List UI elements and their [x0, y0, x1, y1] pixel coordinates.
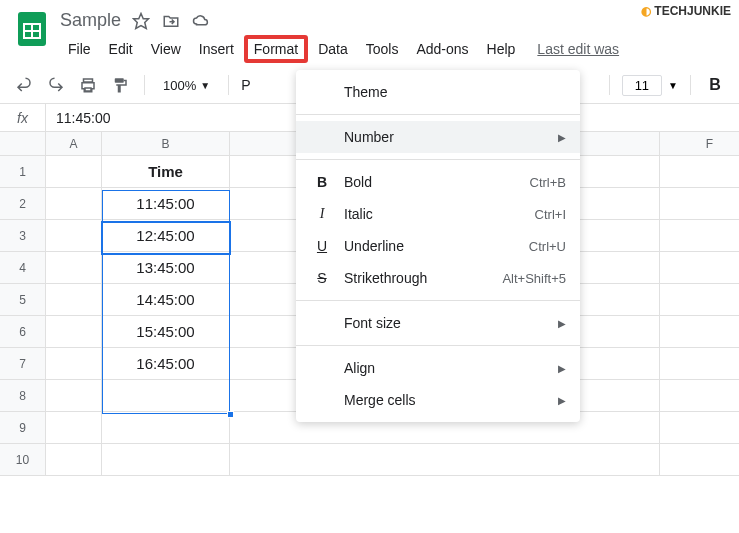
cell[interactable]	[46, 444, 102, 476]
cell[interactable]	[46, 252, 102, 284]
menu-item-merge[interactable]: Merge cells▶	[296, 384, 580, 416]
italic-icon: I	[310, 206, 334, 222]
strikethrough-icon: S	[310, 270, 334, 286]
submenu-arrow-icon: ▶	[558, 132, 566, 143]
menu-item-italic[interactable]: IItalicCtrl+I	[296, 198, 580, 230]
cell[interactable]	[102, 412, 230, 444]
submenu-arrow-icon: ▶	[558, 318, 566, 329]
row-header[interactable]: 6	[0, 316, 46, 348]
cloud-status-icon[interactable]	[191, 11, 211, 31]
separator	[144, 75, 145, 95]
cell[interactable]	[660, 348, 739, 380]
svg-marker-4	[134, 13, 149, 28]
cell[interactable]	[660, 316, 739, 348]
menu-item-number[interactable]: Number▶	[296, 121, 580, 153]
cell[interactable]	[102, 380, 230, 412]
separator	[296, 159, 580, 160]
row-header[interactable]: 9	[0, 412, 46, 444]
separator	[228, 75, 229, 95]
col-header[interactable]: B	[102, 132, 230, 156]
svg-rect-5	[115, 78, 124, 83]
print-button[interactable]	[76, 73, 100, 97]
cell[interactable]: 16:45:00	[102, 348, 230, 380]
menu-insert[interactable]: Insert	[191, 37, 242, 61]
sheets-logo[interactable]	[12, 8, 52, 48]
col-header[interactable]: F	[660, 132, 739, 156]
menu-file[interactable]: File	[60, 37, 99, 61]
menu-item-strikethrough[interactable]: SStrikethroughAlt+Shift+5	[296, 262, 580, 294]
select-all-corner[interactable]	[0, 132, 46, 156]
cell[interactable]: 14:45:00	[102, 284, 230, 316]
separator	[690, 75, 691, 95]
cell[interactable]	[102, 444, 230, 476]
separator	[296, 300, 580, 301]
header: Sample File Edit View Insert Format Data…	[0, 0, 739, 63]
menu-item-align[interactable]: Align▶	[296, 352, 580, 384]
watermark: ◐ TECHJUNKIE	[641, 4, 731, 18]
menu-bar: File Edit View Insert Format Data Tools …	[60, 35, 619, 63]
bold-icon: B	[310, 174, 334, 190]
separator	[609, 75, 610, 95]
cell[interactable]	[46, 380, 102, 412]
row-header[interactable]: 10	[0, 444, 46, 476]
col-header[interactable]: A	[46, 132, 102, 156]
menu-item-fontsize[interactable]: Font size▶	[296, 307, 580, 339]
cell[interactable]: 12:45:00	[102, 220, 230, 252]
cell[interactable]	[46, 412, 102, 444]
undo-button[interactable]	[12, 73, 36, 97]
menu-format[interactable]: Format	[244, 35, 308, 63]
format-as-label[interactable]: P	[241, 77, 250, 93]
cell[interactable]	[46, 316, 102, 348]
cell[interactable]	[46, 348, 102, 380]
row-header[interactable]: 2	[0, 188, 46, 220]
separator	[296, 114, 580, 115]
cell[interactable]	[46, 284, 102, 316]
menu-item-underline[interactable]: UUnderlineCtrl+U	[296, 230, 580, 262]
menu-view[interactable]: View	[143, 37, 189, 61]
separator	[296, 345, 580, 346]
cell[interactable]: 15:45:00	[102, 316, 230, 348]
cell[interactable]	[660, 188, 739, 220]
row-header[interactable]: 3	[0, 220, 46, 252]
cell[interactable]	[660, 284, 739, 316]
cell[interactable]	[660, 380, 739, 412]
cell[interactable]	[46, 188, 102, 220]
cell[interactable]	[660, 220, 739, 252]
menu-addons[interactable]: Add-ons	[408, 37, 476, 61]
cell[interactable]	[660, 412, 739, 444]
cell[interactable]	[660, 252, 739, 284]
fontsize-select[interactable]: 11▼	[622, 75, 678, 96]
menu-help[interactable]: Help	[479, 37, 524, 61]
menu-edit[interactable]: Edit	[101, 37, 141, 61]
fx-label: fx	[0, 104, 46, 131]
menu-tools[interactable]: Tools	[358, 37, 407, 61]
cell[interactable]	[660, 156, 739, 188]
cell[interactable]	[46, 156, 102, 188]
star-icon[interactable]	[131, 11, 151, 31]
submenu-arrow-icon: ▶	[558, 363, 566, 374]
row-header[interactable]: 1	[0, 156, 46, 188]
move-folder-icon[interactable]	[161, 11, 181, 31]
cell[interactable]: Time	[102, 156, 230, 188]
menu-item-bold[interactable]: BBoldCtrl+B	[296, 166, 580, 198]
cell[interactable]	[46, 220, 102, 252]
paint-format-button[interactable]	[108, 73, 132, 97]
submenu-arrow-icon: ▶	[558, 395, 566, 406]
row-header[interactable]: 4	[0, 252, 46, 284]
bold-button[interactable]: B	[703, 73, 727, 97]
menu-data[interactable]: Data	[310, 37, 356, 61]
zoom-select[interactable]: 100% ▼	[157, 78, 216, 93]
row-header[interactable]: 7	[0, 348, 46, 380]
redo-button[interactable]	[44, 73, 68, 97]
cell[interactable]	[660, 444, 739, 476]
underline-icon: U	[310, 238, 334, 254]
menu-item-theme[interactable]: Theme	[296, 76, 580, 108]
row-header[interactable]: 5	[0, 284, 46, 316]
cell[interactable]: 11:45:00	[102, 188, 230, 220]
cell[interactable]: 13:45:00	[102, 252, 230, 284]
cell[interactable]	[230, 444, 660, 476]
last-edit-link[interactable]: Last edit was	[537, 41, 619, 57]
doc-title[interactable]: Sample	[60, 10, 121, 31]
format-menu-dropdown: Theme Number▶ BBoldCtrl+B IItalicCtrl+I …	[296, 70, 580, 422]
row-header[interactable]: 8	[0, 380, 46, 412]
